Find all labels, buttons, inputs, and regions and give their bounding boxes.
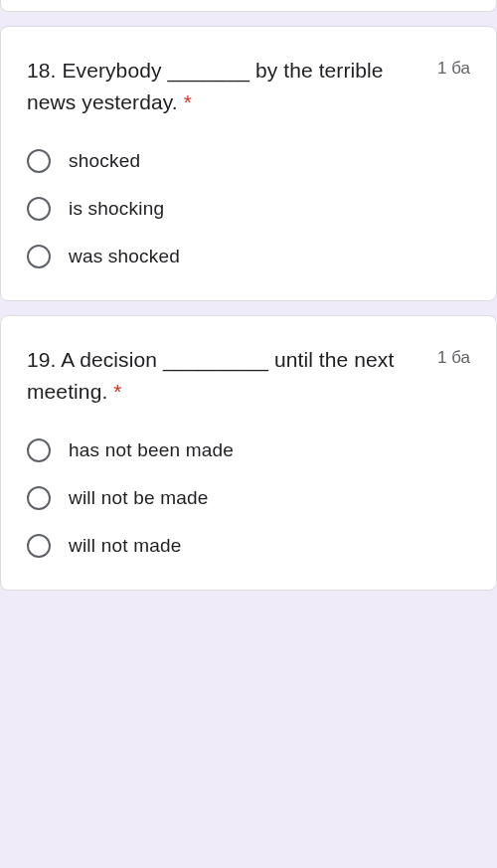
option-is-shocking[interactable]: is shocking — [27, 197, 470, 221]
option-will-not-made[interactable]: will not made — [27, 534, 470, 558]
option-label: was shocked — [69, 246, 180, 267]
question-number: 18. — [27, 59, 57, 82]
option-label: shocked — [69, 150, 140, 172]
question-blank: _________ — [163, 348, 268, 371]
option-label: has not been made — [69, 439, 234, 461]
required-asterisk: * — [113, 380, 121, 403]
options-list: shocked is shocking was shocked — [27, 149, 470, 268]
radio-icon — [27, 438, 51, 462]
question-number: 19. — [27, 348, 57, 371]
question-card-19: 19. A decision _________ until the next … — [0, 315, 497, 591]
option-shocked[interactable]: shocked — [27, 149, 470, 173]
radio-icon — [27, 149, 51, 173]
option-will-not-be-made[interactable]: will not be made — [27, 486, 470, 510]
radio-icon — [27, 197, 51, 221]
option-label: will not made — [69, 535, 181, 557]
option-label: will not be made — [69, 487, 209, 509]
question-part-before: Everybody — [62, 59, 167, 82]
option-has-not-been-made[interactable]: has not been made — [27, 438, 470, 462]
radio-icon — [27, 245, 51, 268]
option-label: is shocking — [69, 198, 164, 220]
required-asterisk: * — [184, 90, 192, 113]
option-was-shocked[interactable]: was shocked — [27, 245, 470, 268]
points-label: 1 ба — [437, 55, 470, 79]
question-text: 19. A decision _________ until the next … — [27, 344, 425, 407]
question-blank: _______ — [168, 59, 249, 82]
question-header: 19. A decision _________ until the next … — [27, 344, 470, 407]
radio-icon — [27, 486, 51, 510]
question-part-before: A decision — [61, 348, 163, 371]
points-label: 1 ба — [437, 344, 470, 368]
previous-card-bottom — [0, 0, 497, 12]
question-card-18: 18. Everybody _______ by the terrible ne… — [0, 26, 497, 301]
radio-icon — [27, 534, 51, 558]
question-text: 18. Everybody _______ by the terrible ne… — [27, 55, 425, 117]
question-header: 18. Everybody _______ by the terrible ne… — [27, 55, 470, 117]
options-list: has not been made will not be made will … — [27, 438, 470, 558]
